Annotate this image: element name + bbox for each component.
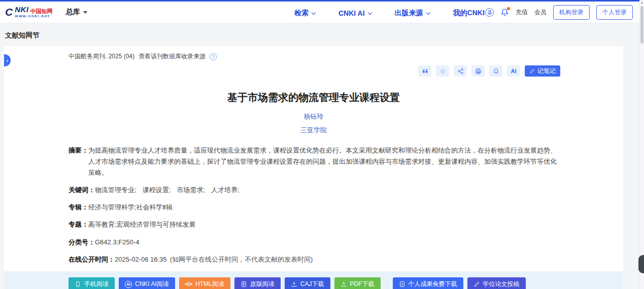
- personal-login-button[interactable]: 个人登录: [596, 5, 633, 20]
- abstract-row: 摘要： 为提高物流管理专业人才培养质量，适应现代物流业发展需求，课程设置优化势在…: [69, 145, 560, 178]
- main-nav: 检索 CNKI AI 出版来源 我的CNKI: [294, 2, 491, 25]
- scrollbar-thumb[interactable]: [640, 6, 643, 44]
- thesis-submit-label: 学位论文投稿: [483, 280, 520, 288]
- nav-search[interactable]: 检索: [294, 9, 315, 18]
- note-button[interactable]: 记笔记: [525, 65, 560, 77]
- caret-down-icon: [83, 11, 87, 14]
- ai-circle-icon: AI: [125, 281, 132, 288]
- album-value: 经济与管理科学;社会科学Ⅱ辑: [88, 202, 173, 213]
- topic-label: 专题：: [69, 219, 88, 230]
- cnki-logo-mark-icon: C: [5, 7, 13, 17]
- author-line: 杨钰玲: [4, 112, 623, 121]
- article-card: › 中国航务周刊. 2025 (04) 查看该刊数据库收录来源 ? ☆ AI 记…: [4, 46, 623, 289]
- nav-publication-source-label: 出版来源: [395, 9, 423, 18]
- nav-my-cnki[interactable]: 我的CNKI: [453, 9, 491, 18]
- cnki-ai-read-label: CNKI AI阅读: [135, 280, 169, 288]
- original-read-label: 原版阅读: [250, 280, 275, 288]
- institution-line: 三亚学院: [4, 126, 623, 135]
- keywords-row: 关键词： 物流管理专业; 课程设置; 市场需求; 人才培养;: [69, 185, 560, 196]
- pdf-download-button[interactable]: PDF下载: [334, 277, 381, 289]
- edit-pencil-icon: [473, 281, 480, 287]
- download-icon: [341, 281, 347, 287]
- header-actions: ? 充值 会员 机构登录 个人登录: [485, 5, 633, 20]
- download-icon: [291, 281, 297, 287]
- online-time-value: 2025-02-06 16:35: [115, 254, 167, 265]
- share-icon: [457, 68, 464, 75]
- clc-value: G642.3;F250-4: [95, 237, 139, 248]
- top-header: C NKI 中国知网 www.cnki.net 总库 检索 CNKI AI 出版…: [0, 0, 644, 23]
- keyword-link[interactable]: 课程设置;: [143, 185, 171, 196]
- ai-icon: AI: [511, 68, 517, 74]
- keyword-link[interactable]: 人才培养;: [211, 185, 240, 196]
- online-time-row: 在线公开时间： 2025-02-06 16:35 (知网平台在线公开时间，不代表…: [69, 254, 560, 265]
- share-button[interactable]: [454, 65, 467, 77]
- topic-row: 专题： 高等教育;宏观经济管理与可持续发展: [69, 219, 560, 230]
- recharge-link[interactable]: 充值: [516, 8, 528, 17]
- chevron-down-icon: [312, 10, 316, 14]
- journal-source[interactable]: 中国航务周刊. 2025 (04): [69, 52, 134, 61]
- chevron-down-icon: [426, 10, 430, 14]
- page-scrollbar[interactable]: ▲: [639, 0, 644, 289]
- keywords-list: 物流管理专业; 课程设置; 市场需求; 人才培养;: [95, 185, 240, 196]
- article-tools: ☆ AI 记笔记: [4, 65, 623, 77]
- abstract-label: 摘要：: [69, 145, 88, 178]
- source-row: 中国航务周刊. 2025 (04) 查看该刊数据库收录来源 ?: [4, 46, 623, 61]
- nav-publication-source[interactable]: 出版来源: [395, 9, 430, 18]
- clc-row: 分类号： G642.3;F250-4: [69, 237, 560, 248]
- document-icon: [241, 281, 247, 287]
- source-database-link[interactable]: 查看该刊数据库收录来源: [139, 52, 206, 61]
- online-time-label: 在线公开时间：: [69, 254, 115, 265]
- keyword-link[interactable]: 市场需求;: [177, 185, 205, 196]
- nav-search-label: 检索: [294, 9, 309, 18]
- topic-value: 高等教育;宏观经济管理与可持续发展: [88, 219, 196, 230]
- mobile-read-button[interactable]: 手机阅读: [69, 277, 115, 289]
- quote-icon: [422, 68, 428, 75]
- original-read-button[interactable]: 原版阅读: [234, 277, 281, 289]
- keywords-label: 关键词：: [69, 185, 95, 196]
- free-download-button[interactable]: 个人成果免费下载: [393, 277, 463, 289]
- ai-assistant-button[interactable]: AI: [507, 65, 520, 77]
- cnki-ai-read-button[interactable]: AI CNKI AI阅读: [119, 277, 175, 289]
- nav-cnki-ai[interactable]: CNKI AI: [338, 9, 371, 17]
- bell-icon: [493, 68, 499, 75]
- member-link[interactable]: 会员: [534, 8, 547, 17]
- logo-nki-text: NKI: [15, 6, 28, 14]
- follow-alert-button[interactable]: [489, 65, 502, 77]
- database-selector[interactable]: 总库: [66, 8, 87, 17]
- online-time-note: (知网平台在线公开时间，不代表文献的发表时间): [170, 254, 313, 265]
- article-title: 基于市场需求的物流管理专业课程设置: [4, 91, 623, 104]
- favorite-button[interactable]: ☆: [436, 65, 449, 77]
- note-button-label: 记笔记: [537, 67, 556, 76]
- caj-download-label: CAJ下载: [300, 280, 324, 288]
- nav-cnki-ai-label: CNKI AI: [338, 9, 365, 17]
- pdf-download-label: PDF下载: [350, 280, 375, 288]
- notifications-button[interactable]: [500, 8, 509, 17]
- org-login-button[interactable]: 机构登录: [553, 5, 590, 20]
- printer-icon: [475, 68, 482, 75]
- html-read-label: HTML阅读: [195, 280, 224, 288]
- phone-icon: [75, 281, 81, 287]
- institution-link[interactable]: 三亚学院: [300, 126, 327, 134]
- breadcrumb-bar: 文献知网节: [0, 23, 644, 46]
- notification-badge: [507, 7, 510, 10]
- chevron-down-icon: [488, 10, 492, 14]
- cnki-logo[interactable]: C NKI 中国知网 www.cnki.net: [5, 6, 53, 18]
- article-meta: 摘要： 为提高物流管理专业人才培养质量，适应现代物流业发展需求，课程设置优化势在…: [4, 145, 623, 265]
- scroll-up-arrow-icon[interactable]: ▲: [640, 1, 643, 4]
- logo-url-text: www.cnki.net: [15, 14, 52, 19]
- quote-button[interactable]: [418, 65, 431, 77]
- author-link[interactable]: 杨钰玲: [304, 113, 324, 120]
- clc-label: 分类号：: [69, 237, 95, 248]
- caj-download-button[interactable]: CAJ下载: [285, 277, 330, 289]
- album-row: 专辑： 经济与管理科学;社会科学Ⅱ辑: [69, 202, 560, 213]
- html-read-button[interactable]: </> HTML阅读: [179, 277, 230, 289]
- question-icon[interactable]: ?: [210, 53, 217, 60]
- action-band: 手机阅读 AI CNKI AI阅读 </> HTML阅读 原版阅读 CAJ下载 …: [4, 271, 623, 289]
- thesis-submit-button[interactable]: 学位论文投稿: [467, 277, 526, 289]
- document-download-icon: [399, 281, 405, 287]
- print-button[interactable]: [471, 65, 485, 77]
- keyword-link[interactable]: 物流管理专业;: [95, 185, 137, 196]
- cnki-logo-text: NKI 中国知网 www.cnki.net: [15, 6, 52, 18]
- album-label: 专辑：: [69, 202, 88, 213]
- floating-side-widget[interactable]: [638, 255, 644, 273]
